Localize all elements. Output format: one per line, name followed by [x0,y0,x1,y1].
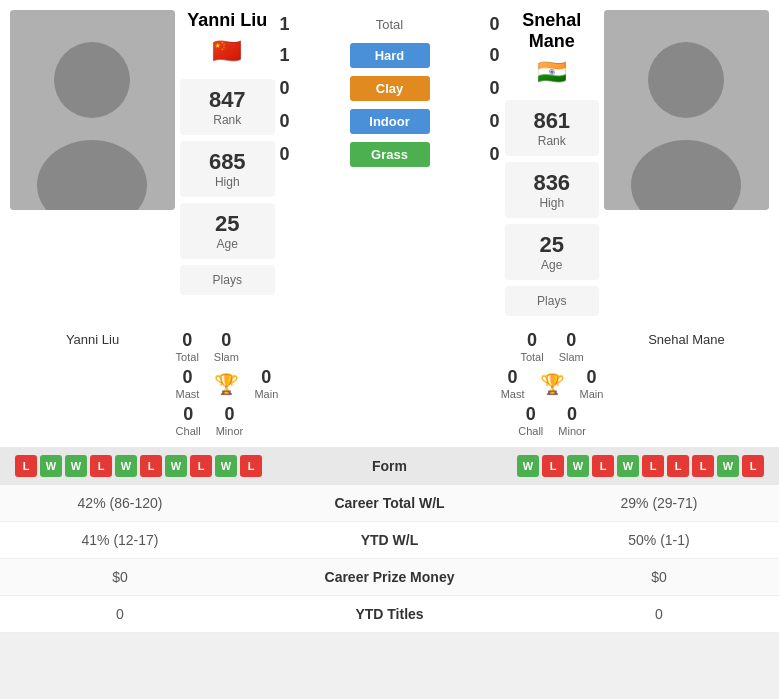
player2-label-below: Snehal Mane [604,332,769,347]
player2-total-cell: 0 Total [520,330,543,363]
indoor-button: Indoor [350,109,430,134]
form-badge: L [592,455,614,477]
player1-main-lbl: Main [254,388,278,400]
form-badge: L [667,455,689,477]
clay-left: 0 [280,78,290,99]
indoor-right: 0 [489,111,499,132]
player1-slam-val: 0 [214,330,239,351]
form-badge: W [517,455,539,477]
titles-label: YTD Titles [220,606,559,622]
player1-photo [10,10,175,210]
form-badge: L [642,455,664,477]
player2-career-wl: 29% (29-71) [559,495,759,511]
player1-total-lbl: Total [176,351,199,363]
player2-total-lbl: Total [520,351,543,363]
player1-age-label: Age [192,237,263,251]
player2-chall-cell: 0 Chall [518,404,543,437]
player1-flag: 🇨🇳 [212,37,242,65]
hard-left: 1 [280,45,290,66]
player2-name: Snehal Mane [505,10,600,52]
player1-mast-cell: 0 Mast [176,367,200,400]
player2-rank-box: 861 Rank [505,100,600,156]
career-label: Career Total W/L [220,495,559,511]
player1-mast-val: 0 [176,367,200,388]
hard-button: Hard [350,43,430,68]
form-badge: W [717,455,739,477]
player2-slam-val: 0 [559,330,584,351]
hard-right: 0 [489,45,499,66]
grass-row: 0 Grass 0 [280,142,500,167]
form-badge: W [215,455,237,477]
clay-button: Clay [350,76,430,101]
form-badge: W [617,455,639,477]
player1-slam-cell: 0 Slam [214,330,239,363]
player1-titles: 0 [20,606,220,622]
player2-rank-label: Rank [517,134,588,148]
form-badge: W [40,455,62,477]
player1-slam-lbl: Slam [214,351,239,363]
player1-age-value: 25 [192,211,263,237]
grass-button: Grass [350,142,430,167]
form-badge: L [692,455,714,477]
player2-rank-value: 861 [517,108,588,134]
player1-stats-detail: 0 Total 0 Slam 0 Mast 🏆 0 [176,330,279,437]
grass-left: 0 [280,144,290,165]
player2-age-value: 25 [517,232,588,258]
total-label: Total [376,17,403,32]
form-badge: W [115,455,137,477]
form-badge: L [140,455,162,477]
player1-label-below: Yanni Liu [10,332,175,347]
player2-minor-lbl: Minor [558,425,586,437]
player1-rank-box: 847 Rank [180,79,275,135]
player1-ytd-wl: 41% (12-17) [20,532,220,548]
ytd-wl-row: 41% (12-17) YTD W/L 50% (1-1) [0,522,779,559]
player-names-row: Yanni Liu 0 Total 0 Slam 0 [0,326,779,447]
ytd-label: YTD W/L [220,532,559,548]
player1-plays-label: Plays [192,273,263,287]
form-badge: W [567,455,589,477]
player2-photo [604,10,769,210]
player2-plays-box: Plays [505,286,600,316]
player2-mast-lbl: Mast [501,388,525,400]
player2-chall-val: 0 [518,404,543,425]
form-badge: W [165,455,187,477]
player2-info: Snehal Mane 🇮🇳 861 Rank 836 High 25 Age … [505,10,600,316]
player1-career-wl: 42% (86-120) [20,495,220,511]
player2-form-badges: WLWLWLLLWL [517,455,764,477]
player2-mast-val: 0 [501,367,525,388]
player1-mast-lbl: Mast [176,388,200,400]
player2-slam-cell: 0 Slam [559,330,584,363]
player1-info: Yanni Liu 🇨🇳 847 Rank 685 High 25 Age Pl… [180,10,275,316]
player2-age-box: 25 Age [505,224,600,280]
total-left: 1 [280,14,290,35]
center-column: 1 Total 0 1 Hard 0 0 Clay 0 0 Indoor 0 [280,10,500,316]
form-badge: L [190,455,212,477]
svg-point-4 [648,42,724,118]
player1-rank-value: 847 [192,87,263,113]
indoor-left: 0 [280,111,290,132]
form-badge: L [240,455,262,477]
clay-right: 0 [489,78,499,99]
grass-right: 0 [489,144,499,165]
player1-minor-cell: 0 Minor [216,404,244,437]
titles-row: 0 YTD Titles 0 [0,596,779,633]
player2-slam-lbl: Slam [559,351,584,363]
player2-total-val: 0 [520,330,543,351]
total-row: 1 Total 0 [280,14,500,35]
player1-high-label: High [192,175,263,189]
total-right: 0 [489,14,499,35]
player2-high-label: High [517,196,588,210]
player1-high-value: 685 [192,149,263,175]
player2-age-label: Age [517,258,588,272]
player2-prize: $0 [559,569,759,585]
player2-main-lbl: Main [580,388,604,400]
player2-trophy-icon: 🏆 [540,372,565,396]
player1-chall-cell: 0 Chall [176,404,201,437]
player1-chall-val: 0 [176,404,201,425]
player2-stats-detail: 0 Total 0 Slam 0 Mast 🏆 0 [501,330,604,437]
player1-age-box: 25 Age [180,203,275,259]
player-comparison-area: Yanni Liu 🇨🇳 847 Rank 685 High 25 Age Pl… [0,0,779,326]
player1-minor-val: 0 [216,404,244,425]
player1-chall-lbl: Chall [176,425,201,437]
player1-trophy-icon: 🏆 [214,372,239,396]
